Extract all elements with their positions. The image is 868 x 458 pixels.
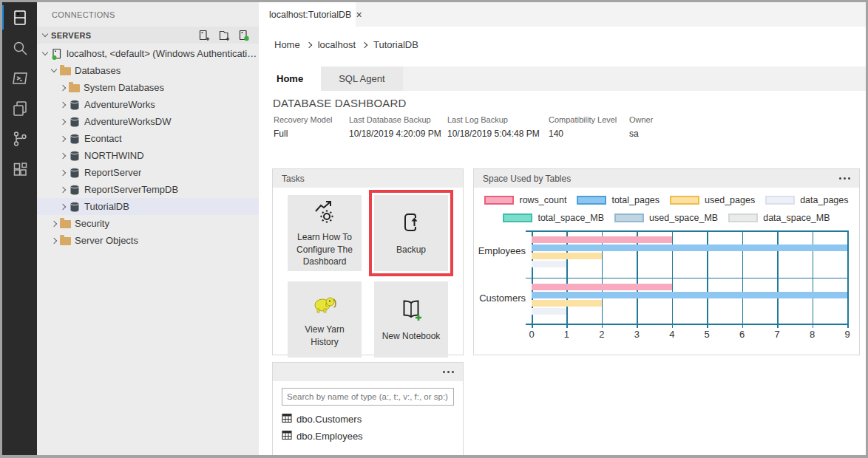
- dashboard-nav-tabs: HomeSQL Agent: [259, 66, 866, 91]
- search-input[interactable]: [282, 388, 454, 406]
- task-label: View Yarn History: [291, 324, 359, 347]
- legend-item-data_space_MB[interactable]: data_space_MB: [728, 213, 830, 223]
- property-value: Full: [274, 129, 349, 139]
- editor-tabstrip: localhost:TutorialDB ×: [259, 2, 866, 27]
- chevron-down-icon: [42, 31, 48, 37]
- new-connection-icon[interactable]: [198, 30, 210, 41]
- tree-item-label: AdventureWorks: [84, 99, 155, 110]
- tree-item[interactable]: localhost, <default> (Windows Authentica…: [37, 45, 259, 62]
- x-tick-label: 0: [523, 329, 540, 340]
- x-tick-label: 5: [698, 329, 716, 340]
- database-icon: [69, 133, 81, 145]
- tree-item[interactable]: System Databases: [37, 79, 259, 96]
- chevron-right-icon[interactable]: [51, 237, 57, 243]
- chevron-right-icon: [305, 42, 311, 48]
- table-search-panel-header: [273, 363, 463, 381]
- tree-item-label: Server Objects: [75, 235, 138, 246]
- terminal-icon: [11, 69, 29, 87]
- legend-label: used_pages: [705, 195, 755, 205]
- bar-rows_count-customers: [532, 284, 672, 290]
- tree-item[interactable]: TutorialDB: [37, 198, 259, 215]
- breadcrumb-item[interactable]: TutorialDB: [373, 39, 418, 50]
- list-item-dbo-employees[interactable]: dbo.Employees: [282, 428, 454, 445]
- property-label: Last Database Backup: [349, 115, 447, 124]
- chevron-right-icon[interactable]: [60, 152, 66, 158]
- tab-home[interactable]: Home: [259, 66, 321, 91]
- category-label: Customers: [474, 293, 526, 304]
- tree-item[interactable]: ReportServer: [37, 164, 259, 181]
- chevron-right-icon[interactable]: [60, 84, 66, 90]
- close-icon[interactable]: ×: [356, 10, 362, 20]
- property-label: Compatibility Level: [549, 115, 629, 124]
- legend-swatch: [728, 213, 758, 222]
- tasks-grid: Learn How To Configure The DashboardBack…: [273, 188, 463, 365]
- chevron-down-icon[interactable]: [51, 66, 57, 72]
- legend-item-total_pages[interactable]: total_pages: [577, 195, 660, 205]
- learn-how-to-configure-the-dashboard-button[interactable]: Learn How To Configure The Dashboard: [288, 195, 362, 271]
- tree-item[interactable]: NORTHWIND: [37, 147, 259, 164]
- chevron-right-icon[interactable]: [60, 186, 66, 192]
- servers-section-header[interactable]: SERVERS: [37, 27, 259, 44]
- x-tick-label: 3: [628, 329, 645, 340]
- editor-area: localhost:TutorialDB × HomelocalhostTuto…: [259, 2, 866, 455]
- new-server-group-icon[interactable]: [218, 30, 230, 41]
- activitybar-item-source-control[interactable]: [2, 123, 37, 154]
- chevron-down-icon[interactable]: [42, 49, 48, 55]
- bar-rows_count-employees: [532, 236, 672, 243]
- view-yarn-history-button[interactable]: View Yarn History: [288, 281, 362, 358]
- legend-swatch: [577, 196, 606, 205]
- chevron-right-icon[interactable]: [60, 118, 66, 124]
- chevron-right-icon[interactable]: [60, 101, 66, 107]
- table-search-panel: dbo.Customersdbo.Employees: [272, 362, 464, 458]
- legend-item-used_space_MB[interactable]: used_space_MB: [614, 213, 718, 223]
- legend-item-used_pages[interactable]: used_pages: [670, 195, 755, 205]
- app-window: CONNECTIONS SERVERS localhost, <default>…: [0, 0, 868, 458]
- legend-item-total_space_MB[interactable]: total_space_MB: [503, 213, 604, 223]
- more-options-icon[interactable]: [443, 368, 454, 376]
- legend-swatch: [614, 213, 644, 222]
- database-properties: Recovery ModelFullLast Database Backup10…: [274, 115, 674, 139]
- category-separator-line: [526, 230, 847, 232]
- tree-item-label: Security: [75, 218, 109, 229]
- chart-legend: rows_counttotal_pagesused_pagesdata_page…: [474, 195, 859, 223]
- activitybar-item-connections[interactable]: [2, 2, 37, 33]
- tab-title: localhost:TutorialDB: [269, 10, 351, 20]
- tree-item[interactable]: Databases: [37, 62, 259, 79]
- bar-data_pages-customers: [532, 308, 566, 315]
- list-item-dbo-customers[interactable]: dbo.Customers: [282, 411, 454, 428]
- folder-icon: [60, 67, 71, 75]
- tree-item[interactable]: Security: [37, 215, 259, 232]
- legend-item-rows_count[interactable]: rows_count: [484, 195, 566, 205]
- legend-swatch: [670, 196, 699, 205]
- tree-item[interactable]: Econtact: [37, 130, 259, 147]
- activitybar-item-notebooks[interactable]: [2, 93, 37, 123]
- chevron-right-icon[interactable]: [60, 203, 66, 209]
- chevron-right-icon[interactable]: [60, 169, 66, 175]
- x-tick-label: 9: [838, 329, 856, 340]
- activitybar-item-terminal[interactable]: [2, 63, 37, 93]
- backup-button[interactable]: Backup: [374, 195, 448, 271]
- servers-toolbar: [198, 30, 253, 41]
- legend-label: data_space_MB: [763, 213, 830, 223]
- tasks-panel: Tasks Learn How To Configure The Dashboa…: [272, 168, 464, 355]
- space-used-panel: Space Used by Tables rows_counttotal_pag…: [473, 168, 860, 355]
- new-notebook-button[interactable]: New Notebook: [374, 281, 448, 358]
- activitybar-item-search[interactable]: [2, 33, 37, 63]
- chevron-right-icon[interactable]: [51, 220, 57, 226]
- tree-item-label: Econtact: [84, 133, 122, 144]
- tab-sql-agent[interactable]: SQL Agent: [321, 66, 402, 91]
- tree-item[interactable]: AdventureWorks: [37, 96, 259, 113]
- active-connections-icon[interactable]: [238, 30, 250, 41]
- tree-item[interactable]: ReportServerTempDB: [37, 181, 259, 198]
- breadcrumb-item[interactable]: localhost: [318, 39, 356, 50]
- tree-item[interactable]: Server Objects: [37, 232, 259, 249]
- gridline: [847, 230, 849, 324]
- legend-label: total_pages: [611, 195, 660, 205]
- chevron-right-icon[interactable]: [60, 135, 66, 141]
- tab-localhost-tutorialdb[interactable]: localhost:TutorialDB ×: [259, 2, 356, 27]
- tree-item[interactable]: AdventureWorksDW: [37, 113, 259, 130]
- breadcrumb-item[interactable]: Home: [274, 39, 300, 50]
- legend-item-data_pages[interactable]: data_pages: [765, 195, 848, 205]
- more-options-icon[interactable]: [839, 174, 850, 182]
- activitybar-item-extensions[interactable]: [2, 154, 37, 184]
